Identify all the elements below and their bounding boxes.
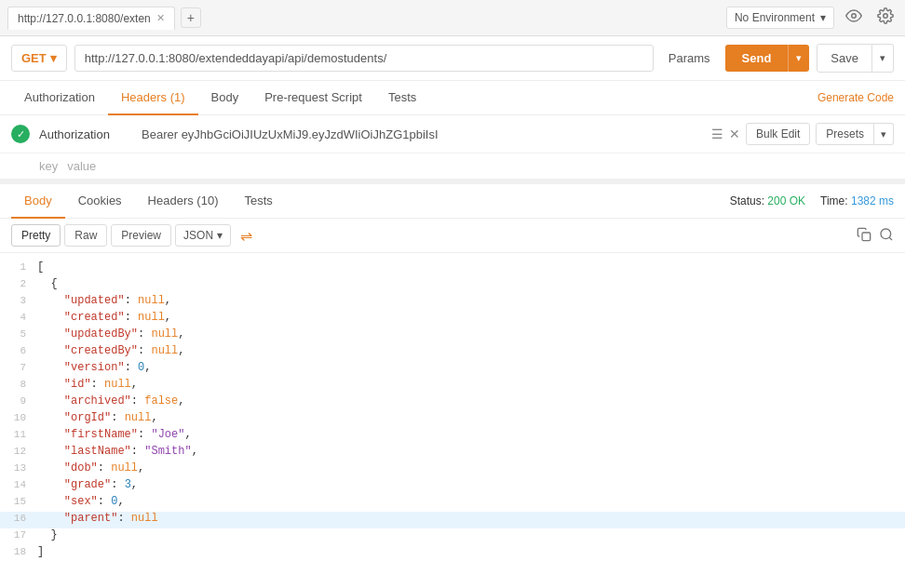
env-label: No Environment: [735, 11, 815, 24]
save-dropdown-button[interactable]: ▾: [872, 44, 894, 73]
json-null: null: [125, 411, 152, 424]
json-key: "archived": [37, 394, 131, 408]
method-selector[interactable]: GET ▾: [11, 45, 67, 72]
settings-button[interactable]: [873, 6, 898, 30]
line-number: 7: [0, 362, 37, 373]
json-bracket: ]: [37, 545, 44, 558]
line-content: "created": null,: [37, 311, 905, 324]
tab-tests[interactable]: Tests: [375, 81, 429, 115]
tab-headers[interactable]: Headers (1): [108, 81, 198, 115]
save-button[interactable]: Save: [817, 44, 872, 73]
resp-tab-tests[interactable]: Tests: [231, 184, 285, 219]
json-null: null: [151, 344, 178, 357]
tab-authorization[interactable]: Authorization: [11, 81, 108, 115]
tab-url-label: http://127.0.0.1:8080/exten: [18, 12, 151, 25]
svg-point-0: [852, 14, 857, 19]
line-content: "lastName": "Smith",: [37, 445, 905, 458]
json-bracket: {: [37, 277, 58, 290]
resp-tab-headers[interactable]: Headers (10): [135, 184, 232, 219]
top-bar: http://127.0.0.1:8080/exten ✕ + No Envir…: [0, 0, 905, 36]
json-number: 3: [125, 478, 131, 491]
json-plain: ,: [144, 361, 151, 374]
bulk-edit-button[interactable]: Bulk Edit: [746, 123, 810, 145]
env-chevron-icon: ▾: [820, 11, 826, 24]
json-key: "orgId": [37, 411, 111, 424]
json-key: "created": [37, 311, 125, 324]
save-button-group: Save ▾: [817, 44, 894, 73]
json-plain: ,: [165, 294, 171, 307]
filter-button[interactable]: ⇌: [235, 225, 258, 247]
add-tab-button[interactable]: +: [181, 7, 201, 28]
tab-body[interactable]: Body: [198, 81, 252, 115]
code-line: 12 "lastName": "Smith",: [0, 445, 905, 461]
line-content: "grade": 3,: [37, 478, 905, 491]
json-key: "sex": [37, 495, 98, 508]
resp-tab-body[interactable]: Body: [11, 184, 65, 219]
code-line: 2 {: [0, 277, 905, 294]
remove-header-icon[interactable]: ✕: [729, 127, 740, 141]
line-number: 17: [0, 529, 37, 541]
json-plain: }: [37, 528, 58, 541]
json-string: "Smith": [144, 445, 191, 458]
line-number: 2: [0, 278, 37, 289]
line-content: "sex": 0,: [37, 495, 905, 508]
json-key: "lastName": [37, 445, 131, 458]
json-string: "Joe": [151, 428, 184, 441]
json-key: "createdBy": [37, 344, 138, 357]
browser-tab[interactable]: http://127.0.0.1:8080/exten ✕: [7, 7, 175, 30]
params-button[interactable]: Params: [661, 46, 718, 71]
raw-button[interactable]: Raw: [64, 224, 107, 247]
format-selector[interactable]: JSON ▾: [175, 224, 231, 247]
line-content: "createdBy": null,: [37, 344, 905, 357]
key-value-placeholder-row: key value: [0, 154, 905, 179]
json-plain: ,: [192, 445, 198, 458]
json-bool: false: [144, 394, 178, 408]
time-label: Time: 1382 ms: [820, 194, 894, 207]
format-label: JSON: [183, 229, 213, 242]
line-number: 9: [0, 395, 37, 407]
json-plain: ,: [117, 495, 124, 508]
response-tabs-bar: Body Cookies Headers (10) Tests Status: …: [0, 184, 905, 219]
json-plain: :: [131, 394, 144, 408]
response-actions: [857, 227, 894, 245]
json-key: "parent": [37, 512, 117, 525]
format-chevron-icon: ▾: [217, 229, 223, 242]
line-number: 15: [0, 496, 37, 507]
tab-pre-request[interactable]: Pre-request Script: [251, 81, 375, 115]
presets-button[interactable]: Presets: [816, 123, 874, 145]
eye-button[interactable]: [842, 6, 866, 30]
preview-button[interactable]: Preview: [111, 224, 171, 247]
pretty-button[interactable]: Pretty: [11, 224, 61, 247]
json-plain: :: [125, 311, 138, 324]
line-number: 8: [0, 379, 37, 390]
json-plain: :: [111, 478, 124, 491]
json-key: "updated": [37, 294, 125, 307]
presets-button-group: Presets ▾: [816, 123, 894, 145]
line-number: 18: [0, 546, 37, 557]
code-line: 18]: [0, 545, 905, 562]
status-value: 200 OK: [767, 194, 805, 207]
menu-icon[interactable]: ☰: [711, 127, 723, 141]
presets-dropdown-button[interactable]: ▾: [874, 123, 894, 145]
tab-close-icon[interactable]: ✕: [156, 12, 165, 24]
code-line: 7 "version": 0,: [0, 361, 905, 378]
environment-selector[interactable]: No Environment ▾: [726, 7, 834, 29]
status-label: Status: 200 OK: [730, 194, 805, 207]
url-input[interactable]: [74, 45, 654, 72]
send-button[interactable]: Send: [725, 45, 789, 72]
send-dropdown-button[interactable]: ▾: [788, 45, 809, 72]
json-plain: :: [138, 327, 151, 341]
code-line: 17 }: [0, 528, 905, 545]
code-editor[interactable]: 1[2 {3 "updated": null,4 "created": null…: [0, 253, 905, 569]
copy-button[interactable]: [857, 227, 871, 245]
json-key: "dob": [37, 461, 98, 474]
line-content: "orgId": null,: [37, 411, 905, 424]
line-number: 13: [0, 462, 37, 474]
resp-tab-cookies[interactable]: Cookies: [65, 184, 135, 219]
value-placeholder-text: value: [67, 159, 96, 173]
json-null: null: [138, 294, 165, 307]
generate-code-button[interactable]: Generate Code: [817, 91, 894, 104]
search-response-button[interactable]: [879, 227, 894, 245]
json-plain: ,: [151, 411, 157, 424]
time-value: 1382 ms: [851, 194, 894, 207]
